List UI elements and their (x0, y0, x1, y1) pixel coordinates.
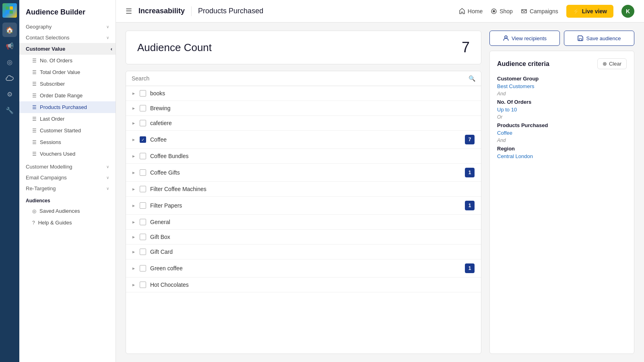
expand-icon[interactable]: ▶ (132, 220, 135, 224)
sidebar-item-order-date-range[interactable]: ☰ Order Date Range (19, 90, 116, 101)
list-icon: ☰ (32, 140, 37, 145)
product-row[interactable]: ▶ General (126, 215, 481, 230)
product-checkbox[interactable] (140, 105, 146, 111)
expand-icon[interactable]: ▶ (132, 107, 135, 110)
product-row[interactable]: ▶ cafetiere (126, 116, 481, 131)
chevron-down-icon: ∨ (106, 25, 109, 29)
sidebar-section-email-campaigns[interactable]: Email Campaigns ∨ (19, 172, 116, 183)
logo-icon[interactable] (2, 3, 17, 18)
view-recipients-button[interactable]: View recipients (489, 31, 560, 46)
nav-icon-tools[interactable]: 🔧 (2, 103, 17, 117)
sidebar-item-total-order-value[interactable]: ☰ Total Order Value (19, 66, 116, 78)
product-checkbox[interactable] (140, 90, 146, 97)
product-row[interactable]: ▶ Gift Box (126, 230, 481, 245)
product-checkbox[interactable] (140, 169, 146, 176)
nav-icon-analytics[interactable]: ◎ (2, 55, 17, 69)
product-row[interactable]: ▶ Green coffee 1 (126, 259, 481, 278)
home-link[interactable]: Home (459, 8, 483, 14)
product-checkbox[interactable] (140, 186, 146, 192)
product-checkbox[interactable] (140, 202, 146, 209)
expand-icon[interactable]: ▶ (132, 138, 135, 142)
product-checkbox[interactable] (140, 234, 146, 240)
criteria-section-1: No. Of Orders Up to 10 Or (497, 99, 627, 120)
product-checkbox[interactable] (140, 282, 146, 288)
save-audience-button[interactable]: Save audience (564, 31, 634, 46)
criteria-section-2: Products Purchased Coffee And (497, 122, 627, 143)
product-row[interactable]: ▶ Coffee Bundles (126, 149, 481, 164)
product-row[interactable]: ▶ Coffee Gifts 1 (126, 164, 481, 182)
criteria-value: Best Customers (497, 83, 627, 89)
products-list: ▶ books ▶ Brewing ▶ cafetiere ▶ Coffee 7… (126, 86, 481, 354)
sidebar-item-customer-started[interactable]: ☰ Customer Started (19, 125, 116, 136)
hamburger-icon[interactable]: ☰ (126, 7, 132, 16)
product-row[interactable]: ▶ Filter Papers 1 (126, 197, 481, 215)
customer-value-items: ☰ No. Of Orders ☰ Total Order Value ☰ Su… (19, 55, 116, 161)
sidebar-item-subscriber[interactable]: ☰ Subscriber (19, 78, 116, 90)
product-row[interactable]: ▶ Brewing (126, 101, 481, 116)
sidebar-item-help[interactable]: ? Help & Guides (19, 217, 116, 228)
sidebar-section-customer-value[interactable]: Customer Value ‹ (19, 43, 116, 55)
list-icon: ☰ (32, 58, 37, 64)
shop-link[interactable]: Shop (491, 8, 513, 14)
nav-icon-settings[interactable]: ⚙ (2, 87, 17, 101)
sidebar-item-last-order[interactable]: ☰ Last Order (19, 113, 116, 125)
sidebar-section-customer-modelling[interactable]: Customer Modelling ∨ (19, 161, 116, 172)
nav-icon-megaphone[interactable]: 📢 (2, 39, 17, 53)
expand-icon[interactable]: ▶ (132, 267, 135, 270)
criteria-value: Up to 10 (497, 107, 627, 113)
product-row[interactable]: ▶ Gift Card (126, 245, 481, 259)
sidebar: Audience Builder Geography ∨ Contact Sel… (19, 0, 116, 362)
expand-icon[interactable]: ▶ (132, 235, 135, 239)
list-icon: ☰ (32, 151, 37, 157)
expand-icon[interactable]: ▶ (132, 121, 135, 125)
criteria-connector: Or (497, 114, 627, 120)
expand-icon[interactable]: ▶ (132, 154, 135, 158)
sidebar-item-sessions[interactable]: ☰ Sessions (19, 136, 116, 148)
topnav: ☰ Increasability Products Purchased Home… (116, 0, 644, 23)
nav-icon-home[interactable]: 🏠 (2, 23, 17, 37)
sidebar-item-products-purchased[interactable]: ☰ Products Purchased (19, 101, 116, 113)
sidebar-section-retargeting[interactable]: Re-Targeting ∨ (19, 183, 116, 194)
sidebar-item-saved-audiences[interactable]: ◎ Saved Audiences (19, 205, 116, 217)
criteria-connector: And (497, 91, 627, 97)
right-panel: View recipients Save audience Audience c… (489, 31, 634, 354)
expand-icon[interactable]: ▶ (132, 204, 135, 208)
brand-name: Increasability (138, 7, 185, 15)
svg-rect-2 (6, 10, 9, 14)
expand-icon[interactable]: ▶ (132, 187, 135, 191)
product-row[interactable]: ▶ books (126, 86, 481, 101)
product-name: Gift Card (150, 249, 475, 255)
product-row[interactable]: ▶ Filter Coffee Machines (126, 182, 481, 197)
live-view-button[interactable]: ⚡ Live view (566, 5, 613, 18)
product-checkbox[interactable] (140, 153, 146, 159)
audience-count-value: 7 (462, 39, 470, 56)
svg-point-5 (505, 36, 507, 38)
criteria-title: Audience criteria (497, 60, 549, 68)
sidebar-item-no-of-orders[interactable]: ☰ No. Of Orders (19, 55, 116, 66)
nav-icon-cloud[interactable] (2, 71, 17, 85)
chevron-down-icon: ∨ (106, 35, 109, 40)
expand-icon[interactable]: ▶ (132, 283, 135, 287)
clear-button[interactable]: ⊗ Clear (597, 58, 627, 69)
sidebar-section-geography[interactable]: Geography ∨ (19, 21, 116, 32)
product-checkbox[interactable] (140, 265, 146, 272)
criteria-sections: Customer Group Best Customers And No. Of… (497, 76, 627, 159)
product-checkbox[interactable] (140, 219, 146, 225)
search-icon: 🔍 (469, 75, 475, 82)
expand-icon[interactable]: ▶ (132, 171, 135, 175)
expand-icon[interactable]: ▶ (132, 250, 135, 254)
bookmark-icon: ◎ (32, 208, 36, 214)
product-row[interactable]: ▶ Coffee 7 (126, 131, 481, 149)
action-buttons: View recipients Save audience (489, 31, 634, 46)
avatar[interactable]: K (621, 5, 634, 18)
product-checkbox[interactable] (140, 120, 146, 126)
chevron-left-icon: ‹ (111, 46, 112, 52)
sidebar-section-contact[interactable]: Contact Selections ∨ (19, 32, 116, 43)
product-checkbox[interactable] (140, 136, 146, 143)
product-checkbox[interactable] (140, 249, 146, 255)
product-row[interactable]: ▶ Hot Chocolates (126, 278, 481, 292)
search-input[interactable] (132, 75, 465, 82)
expand-icon[interactable]: ▶ (132, 92, 135, 95)
campaigns-link[interactable]: Campaigns (521, 8, 558, 14)
sidebar-item-vouchers-used[interactable]: ☰ Vouchers Used (19, 148, 116, 160)
